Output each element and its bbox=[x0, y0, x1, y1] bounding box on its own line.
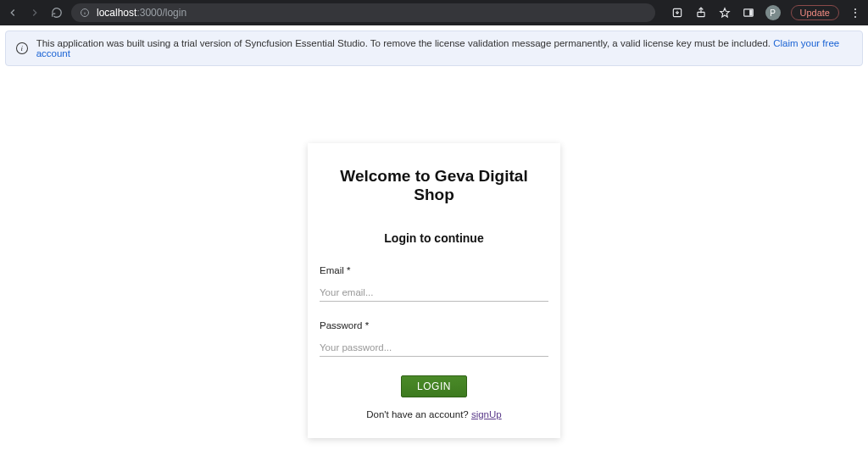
avatar-letter: P bbox=[770, 8, 776, 18]
login-button[interactable]: LOGIN bbox=[401, 375, 467, 397]
panel-icon[interactable] bbox=[742, 6, 755, 19]
url-path: :3000/login bbox=[136, 7, 186, 19]
install-icon[interactable] bbox=[670, 6, 684, 19]
no-account-text: Don't have an account? bbox=[366, 409, 471, 419]
password-field[interactable] bbox=[320, 339, 548, 357]
banner-text: This application was built using a trial… bbox=[36, 38, 852, 58]
share-icon[interactable] bbox=[694, 6, 708, 19]
update-button[interactable]: Update bbox=[791, 5, 839, 20]
email-label: Email * bbox=[320, 265, 548, 275]
svg-marker-5 bbox=[720, 8, 729, 17]
nav-controls bbox=[7, 7, 63, 19]
banner-message: This application was built using a trial… bbox=[36, 38, 774, 48]
reload-icon[interactable] bbox=[51, 7, 63, 19]
password-label: Password * bbox=[320, 320, 548, 330]
page-title: Welcome to Geva Digital Shop bbox=[320, 167, 548, 204]
site-info-icon[interactable] bbox=[80, 8, 90, 18]
svg-rect-7 bbox=[749, 10, 753, 16]
back-icon[interactable] bbox=[7, 7, 19, 19]
url-text: localhost:3000/login bbox=[97, 7, 186, 19]
signup-link[interactable]: signUp bbox=[471, 409, 502, 419]
info-icon: i bbox=[16, 42, 28, 54]
login-card: Welcome to Geva Digital Shop Login to co… bbox=[308, 143, 560, 438]
kebab-menu-icon[interactable]: ⋮ bbox=[849, 6, 861, 19]
toolbar-right: P Update ⋮ bbox=[670, 5, 861, 20]
profile-avatar[interactable]: P bbox=[765, 5, 781, 20]
bookmark-star-icon[interactable] bbox=[718, 6, 732, 19]
browser-toolbar: localhost:3000/login P Update ⋮ bbox=[0, 0, 868, 25]
url-host: localhost bbox=[97, 7, 136, 19]
license-banner: i This application was built using a tri… bbox=[5, 31, 863, 66]
password-group: Password * bbox=[320, 320, 548, 357]
page-content: Welcome to Geva Digital Shop Login to co… bbox=[0, 71, 868, 438]
email-group: Email * bbox=[320, 265, 548, 302]
forward-icon[interactable] bbox=[29, 7, 41, 19]
page-subtitle: Login to continue bbox=[320, 231, 548, 245]
signup-row: Don't have an account? signUp bbox=[320, 409, 548, 419]
email-field[interactable] bbox=[320, 284, 548, 302]
address-bar[interactable]: localhost:3000/login bbox=[71, 3, 655, 22]
